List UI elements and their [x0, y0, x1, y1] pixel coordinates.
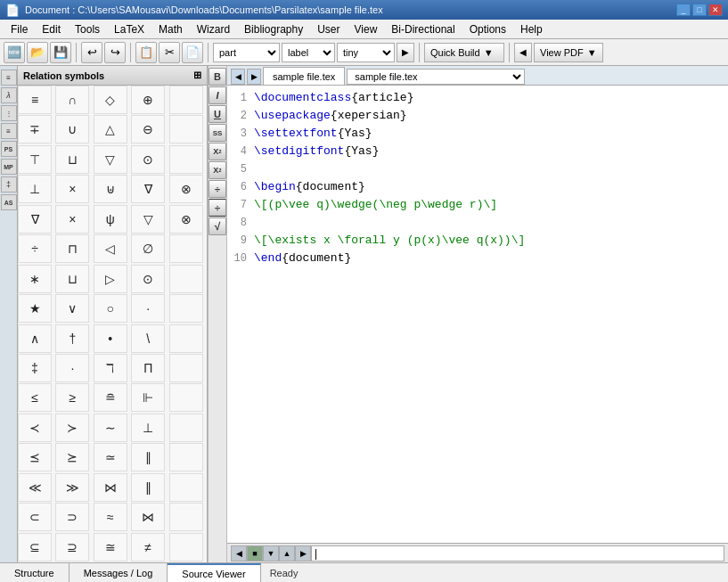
- bottom-prev-button[interactable]: ◀: [231, 545, 247, 562]
- sym-simeq[interactable]: ≃: [94, 443, 127, 471]
- sym-bigcirc[interactable]: ○: [94, 294, 127, 323]
- menu-tools[interactable]: Tools: [68, 20, 107, 38]
- sym-geq[interactable]: ≥: [55, 383, 89, 412]
- build-prev-button[interactable]: ◀: [514, 43, 532, 62]
- sym-succeq[interactable]: ⪰: [55, 443, 89, 471]
- sym-sqcap[interactable]: ⊓: [55, 234, 89, 263]
- sym-supseteq[interactable]: ⊇: [55, 533, 89, 562]
- edge-icon-6[interactable]: MP: [1, 159, 17, 175]
- tab-dropdown[interactable]: sample file.tex: [347, 69, 525, 85]
- sym-ast[interactable]: ∗: [18, 265, 52, 293]
- superscript-button[interactable]: X2: [209, 143, 226, 160]
- sym-ll[interactable]: ≪: [18, 473, 52, 502]
- menu-latex[interactable]: LaTeX: [107, 20, 151, 38]
- sym-cup[interactable]: ∪: [55, 115, 89, 143]
- sym-nabla2[interactable]: ∇: [131, 175, 165, 203]
- label-select[interactable]: label: [282, 43, 335, 62]
- bold-button[interactable]: B: [209, 68, 226, 86]
- sym-neq[interactable]: ≠: [131, 533, 165, 562]
- sym-dot[interactable]: ·: [55, 354, 89, 382]
- sym-wedge[interactable]: ∧: [18, 324, 52, 353]
- sym-daleth[interactable]: ℸ: [94, 354, 127, 382]
- sym-subset[interactable]: ⊂: [18, 503, 52, 531]
- sym-cong[interactable]: ≅: [94, 533, 127, 562]
- menu-bibliography[interactable]: Bibliography: [237, 20, 310, 38]
- cut-button[interactable]: ✂: [159, 42, 180, 63]
- sym-Pi[interactable]: Π: [131, 354, 165, 382]
- sym-nabla1[interactable]: ▽: [94, 145, 127, 174]
- maximize-button[interactable]: □: [692, 4, 707, 16]
- bottom-up-button[interactable]: ▲: [279, 545, 295, 562]
- close-button[interactable]: ✕: [708, 4, 723, 16]
- bottom-input-field[interactable]: [311, 545, 724, 562]
- menu-file[interactable]: File: [4, 20, 35, 38]
- frac2-button[interactable]: ÷: [209, 199, 226, 217]
- tab-prev-button[interactable]: ◀: [231, 69, 245, 85]
- bottom-down-button[interactable]: ▼: [263, 545, 279, 562]
- menu-user[interactable]: User: [310, 20, 347, 38]
- sym-lhd[interactable]: ◁: [94, 234, 127, 263]
- sym-bullet[interactable]: •: [94, 324, 127, 353]
- sym-backslash[interactable]: \: [131, 324, 165, 353]
- sym-bowtie2[interactable]: ⋈: [131, 503, 165, 531]
- part-select[interactable]: part: [213, 43, 280, 62]
- edge-icon-5[interactable]: PS: [1, 141, 17, 157]
- sym-otimes2[interactable]: ⊗: [169, 205, 203, 234]
- subscript-button[interactable]: X2: [209, 161, 226, 179]
- menu-edit[interactable]: Edit: [35, 20, 68, 38]
- sym-sim[interactable]: ∼: [94, 414, 127, 442]
- menu-wizard[interactable]: Wizard: [190, 20, 237, 38]
- sym-top[interactable]: ⊤: [18, 145, 52, 174]
- bottom-next-button[interactable]: ▶: [295, 545, 311, 562]
- sym-ominus[interactable]: ⊖: [131, 115, 165, 143]
- menu-math[interactable]: Math: [151, 20, 190, 38]
- sym-doteq[interactable]: ≘: [94, 383, 127, 412]
- sym-cdot[interactable]: ·: [131, 294, 165, 323]
- edge-icon-8[interactable]: AS: [1, 194, 17, 210]
- code-editor[interactable]: 1 \documentclass{article} 2 \usepackage{…: [227, 86, 728, 543]
- sym-vee[interactable]: ∨: [55, 294, 89, 323]
- new-file-button[interactable]: 🆕: [4, 42, 25, 63]
- go-button[interactable]: ▶: [397, 43, 414, 62]
- open-button[interactable]: 📂: [27, 42, 48, 63]
- smallcaps-button[interactable]: SS: [209, 124, 226, 142]
- sym-star[interactable]: ★: [18, 294, 52, 323]
- view-pdf-button[interactable]: View PDF ▼: [534, 43, 603, 62]
- sym-approx[interactable]: ≈: [94, 503, 127, 531]
- status-tab-source-viewer[interactable]: Source Viewer: [168, 563, 260, 582]
- sym-div[interactable]: ÷: [18, 234, 52, 263]
- sym-leq[interactable]: ≤: [18, 383, 52, 412]
- sym-rhd[interactable]: ▷: [94, 265, 127, 293]
- sym-times1[interactable]: ×: [55, 175, 89, 203]
- undo-button[interactable]: ↩: [81, 42, 102, 63]
- sym-triangle[interactable]: △: [94, 115, 127, 143]
- sym-uplus2[interactable]: ψ: [94, 205, 127, 234]
- sym-odot1[interactable]: ⊙: [131, 145, 165, 174]
- sym-preceq[interactable]: ⪯: [18, 443, 52, 471]
- sym-parallel[interactable]: ∥: [131, 443, 165, 471]
- sym-bowtie[interactable]: ⋈: [94, 473, 127, 502]
- quick-build-button[interactable]: Quick Build ▼: [424, 43, 504, 62]
- copy-button[interactable]: 📋: [135, 42, 157, 63]
- menu-view[interactable]: View: [348, 20, 385, 38]
- sym-cap[interactable]: ∩: [55, 86, 89, 114]
- edge-icon-3[interactable]: ⋮: [1, 105, 17, 121]
- sym-ddagger[interactable]: ‡: [18, 354, 52, 382]
- sym-perp[interactable]: ⊥: [131, 414, 165, 442]
- sym-equiv[interactable]: ≡: [18, 86, 52, 114]
- sym-supset[interactable]: ⊃: [55, 503, 89, 531]
- sym-nabla4[interactable]: ▽: [131, 205, 165, 234]
- status-tab-structure[interactable]: Structure: [0, 563, 70, 582]
- edge-icon-1[interactable]: ≡: [1, 70, 17, 86]
- bottom-toggle-button[interactable]: ■: [247, 545, 263, 562]
- sym-bot[interactable]: ⊥: [18, 175, 52, 203]
- sym-emptyset[interactable]: ∅: [131, 234, 165, 263]
- edge-icon-7[interactable]: ‡: [1, 176, 17, 193]
- sqrt-button[interactable]: √: [209, 217, 226, 235]
- menu-options[interactable]: Options: [462, 20, 513, 38]
- sym-uplus1[interactable]: ⊎: [94, 175, 127, 203]
- save-button[interactable]: 💾: [50, 42, 71, 63]
- sym-succ[interactable]: ≻: [55, 414, 89, 442]
- edge-icon-4[interactable]: ≡: [1, 123, 17, 139]
- sym-prec[interactable]: ≺: [18, 414, 52, 442]
